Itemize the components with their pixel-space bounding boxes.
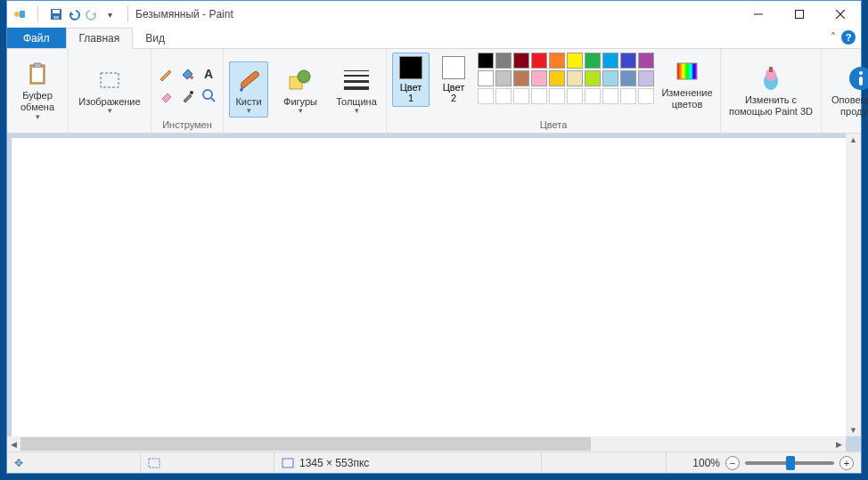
undo-icon[interactable]	[67, 7, 81, 21]
qat-customize-icon[interactable]: ▾	[102, 7, 117, 21]
color-swatch[interactable]	[478, 53, 494, 69]
svg-point-24	[859, 71, 863, 75]
group-shapes: Фигуры ▾	[274, 49, 327, 133]
group-tools: A Инструмен	[151, 49, 224, 133]
status-cursor-pos: ✥	[7, 452, 141, 473]
color-swatch-empty[interactable]	[513, 88, 529, 104]
canvas-area: ▲ ▼ ◀ ▶	[7, 134, 861, 452]
svg-rect-22	[769, 67, 773, 72]
color-swatch[interactable]	[495, 53, 512, 69]
paint3d-label: Изменить с помощью Paint 3D	[729, 94, 813, 117]
color-swatch-empty[interactable]	[478, 88, 494, 104]
color-swatch[interactable]	[567, 53, 583, 69]
color-swatch[interactable]	[495, 70, 512, 86]
color-swatch[interactable]	[549, 53, 565, 69]
svg-point-0	[14, 12, 20, 17]
app-icon	[12, 7, 27, 21]
group-thickness: Толщина ▾	[327, 49, 387, 133]
color-swatch[interactable]	[513, 53, 529, 69]
edit-colors-button[interactable]: Изменение цветов	[659, 53, 715, 112]
tab-home[interactable]: Главная	[66, 28, 134, 49]
close-button[interactable]	[820, 1, 861, 28]
eraser-icon[interactable]	[157, 86, 175, 104]
group-colors-label: Цвета	[540, 118, 568, 133]
svg-point-13	[190, 76, 193, 79]
zoom-level: 100%	[692, 457, 720, 469]
paint3d-button[interactable]: Изменить с помощью Paint 3D	[726, 60, 815, 119]
maximize-button[interactable]	[779, 1, 820, 28]
color-swatch-empty[interactable]	[638, 88, 654, 104]
move-icon: ✥	[14, 457, 23, 469]
color-swatch-empty[interactable]	[602, 88, 618, 104]
paint-window: ▾ Безымянный - Paint Файл Главная Вид ˄ …	[6, 0, 862, 474]
horizontal-scrollbar[interactable]: ◀ ▶	[7, 436, 846, 452]
vertical-scrollbar[interactable]: ▲ ▼	[846, 134, 861, 436]
color-swatch[interactable]	[602, 53, 618, 69]
svg-rect-6	[796, 11, 804, 19]
color-swatch[interactable]	[620, 70, 636, 86]
color-swatch[interactable]	[620, 53, 636, 69]
canvas-dimensions: 1345 × 553пкс	[299, 457, 369, 469]
titlebar: ▾ Безымянный - Paint	[7, 1, 861, 28]
pencil-icon[interactable]	[157, 65, 175, 83]
color-swatch[interactable]	[585, 70, 601, 86]
color-swatch[interactable]	[638, 53, 654, 69]
group-paint3d: Изменить с помощью Paint 3D	[721, 49, 822, 133]
minimize-button[interactable]	[738, 1, 779, 28]
color2-button[interactable]: Цвет 2	[435, 53, 472, 107]
color-swatch-empty[interactable]	[585, 88, 601, 104]
clipboard-label: Буфер обмена	[20, 90, 54, 112]
zoom-slider-thumb[interactable]	[786, 456, 795, 470]
zoom-out-button[interactable]: −	[725, 456, 740, 470]
zoom-in-button[interactable]: +	[839, 456, 854, 470]
color-swatch[interactable]	[531, 53, 547, 69]
color-swatch[interactable]	[638, 70, 654, 86]
shapes-icon	[286, 66, 315, 94]
group-tools-label: Инструмен	[162, 118, 212, 133]
fill-icon[interactable]	[178, 65, 196, 83]
color2-label: Цвет 2	[443, 82, 465, 103]
svg-rect-26	[149, 459, 160, 468]
edit-colors-label: Изменение цветов	[661, 87, 712, 110]
tab-view[interactable]: Вид	[133, 28, 177, 48]
svg-point-14	[190, 91, 193, 94]
help-icon[interactable]: ?	[841, 30, 856, 45]
color-swatch-empty[interactable]	[495, 88, 512, 104]
color-swatch-empty[interactable]	[620, 88, 636, 104]
text-icon[interactable]: A	[200, 65, 217, 83]
color1-label: Цвет 1	[400, 82, 422, 103]
color-swatch[interactable]	[567, 70, 583, 86]
canvas[interactable]	[12, 138, 846, 436]
color-swatch[interactable]	[513, 70, 529, 86]
clipboard-button[interactable]: Буфер обмена▾	[12, 55, 62, 123]
image-button[interactable]: Изображение ▾	[74, 61, 145, 118]
window-title: Безымянный - Paint	[135, 8, 233, 20]
shapes-button[interactable]: Фигуры ▾	[279, 61, 322, 118]
zoom-control: 100% − +	[685, 456, 861, 470]
color1-button[interactable]: Цвет 1	[392, 53, 430, 107]
color-swatch-empty[interactable]	[549, 88, 565, 104]
color-swatch[interactable]	[602, 70, 618, 86]
redo-icon[interactable]	[85, 7, 99, 21]
collapse-ribbon-icon[interactable]: ˄	[831, 31, 836, 44]
color-swatch[interactable]	[585, 53, 601, 69]
brushes-button[interactable]: Кисти ▾	[229, 61, 268, 118]
color-swatch[interactable]	[549, 70, 565, 86]
svg-rect-11	[32, 68, 43, 82]
save-icon[interactable]	[49, 7, 63, 21]
color-swatch[interactable]	[478, 70, 494, 86]
color-swatch-empty[interactable]	[567, 88, 583, 104]
magnifier-icon[interactable]	[200, 86, 217, 104]
color-swatch-empty[interactable]	[531, 88, 547, 104]
status-selection-size	[141, 452, 274, 473]
color-palette	[478, 53, 654, 104]
zoom-slider[interactable]	[745, 461, 834, 465]
status-canvas-size: 1345 × 553пкс	[274, 452, 542, 473]
thickness-button[interactable]: Толщина ▾	[332, 61, 381, 118]
svg-rect-27	[283, 459, 293, 468]
color-swatch[interactable]	[531, 70, 547, 86]
quick-access-toolbar: ▾	[7, 6, 135, 22]
color-picker-icon[interactable]	[178, 86, 196, 104]
tab-file[interactable]: Файл	[7, 28, 66, 48]
notification-button[interactable]: Оповещение продукта	[827, 60, 868, 119]
